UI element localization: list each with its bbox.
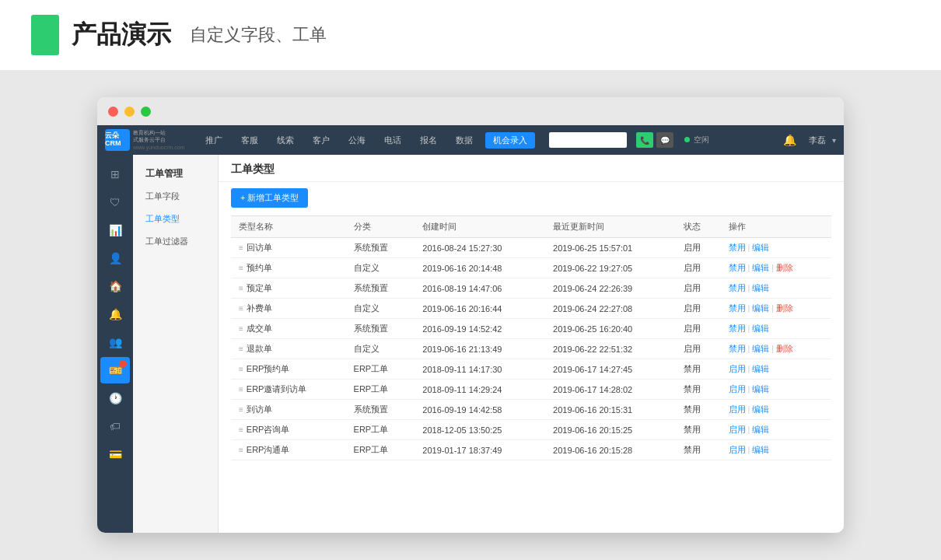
sidebar-icon-grid[interactable]: ⊞: [100, 161, 130, 187]
sidebar-icon-home[interactable]: 🏠: [100, 273, 130, 299]
row-handle: ≡: [239, 385, 243, 394]
action-link-启用[interactable]: 启用: [729, 404, 746, 414]
action-separator: |: [748, 303, 750, 313]
cell-updated: 2019-06-22 22:51:32: [545, 339, 676, 359]
action-link-编辑[interactable]: 编辑: [752, 425, 769, 434]
row-handle: ≡: [239, 264, 243, 272]
add-ticket-type-button[interactable]: + 新增工单类型: [231, 188, 308, 208]
cell-category: 自定义: [346, 339, 415, 359]
nav-item-kefu[interactable]: 客服: [235, 133, 264, 148]
maximize-button[interactable]: [141, 107, 151, 117]
cell-status: 禁用: [676, 440, 721, 460]
action-link-编辑[interactable]: 编辑: [752, 243, 769, 252]
table-row: ≡预约单自定义2019-06-16 20:14:482019-06-22 19:…: [231, 258, 831, 278]
status-dot: [684, 137, 690, 142]
action-link-编辑[interactable]: 编辑: [752, 263, 769, 272]
cell-name: ≡补费单: [231, 299, 346, 319]
action-link-启用[interactable]: 启用: [729, 364, 746, 373]
sidebar-icon-ticket[interactable]: 🎫: [100, 357, 130, 383]
sidebar-icon-shield[interactable]: 🛡: [100, 189, 130, 215]
sub-menu-item-filter[interactable]: 工单过滤器: [133, 230, 218, 253]
nav-user[interactable]: 李磊: [809, 135, 826, 146]
sidebar-icon-tag[interactable]: 🏷: [100, 413, 130, 439]
action-link-编辑[interactable]: 编辑: [752, 344, 769, 353]
cell-name: ≡回访单: [231, 238, 346, 258]
action-link-禁用[interactable]: 禁用: [729, 243, 746, 252]
cell-created: 2019-06-16 21:13:49: [415, 339, 545, 359]
nav-item-xiansuo[interactable]: 线索: [271, 133, 300, 148]
nav-item-tuiguang[interactable]: 推广: [199, 133, 229, 148]
cell-actions: 禁用|编辑|删除: [721, 258, 832, 278]
close-button[interactable]: [108, 107, 118, 117]
row-handle: ≡: [239, 304, 243, 313]
col-header-updated: 最近更新时间: [545, 216, 676, 238]
sidebar-icon-wallet[interactable]: 💳: [100, 441, 130, 467]
minimize-button[interactable]: [124, 107, 135, 117]
action-link-编辑[interactable]: 编辑: [752, 445, 769, 454]
action-link-启用[interactable]: 启用: [729, 445, 746, 454]
table-row: ≡补费单自定义2019-06-16 20:16:442019-06-24 22:…: [231, 299, 831, 319]
nav-item-baoming[interactable]: 报名: [414, 133, 443, 148]
sidebar-icon-chart[interactable]: 📊: [100, 217, 130, 243]
action-link-编辑[interactable]: 编辑: [752, 324, 769, 333]
cell-name: ≡到访单: [231, 400, 346, 420]
action-link-禁用[interactable]: 禁用: [729, 324, 746, 333]
chat-icon-btn[interactable]: 💬: [656, 132, 673, 148]
cta-button[interactable]: 机会录入: [485, 132, 535, 149]
nav-item-dianhua[interactable]: 电话: [378, 133, 408, 148]
action-link-编辑[interactable]: 编辑: [752, 404, 769, 414]
main-layout: ⊞ 🛡 📊 👤 🏠 🔔 👥 🎫 🕐 🏷 💳: [97, 155, 844, 533]
phone-icon-btn[interactable]: 📞: [636, 132, 653, 148]
action-link-禁用[interactable]: 禁用: [729, 283, 746, 292]
col-header-actions: 操作: [721, 216, 832, 238]
cell-updated: 2019-06-22 19:27:05: [545, 258, 676, 278]
cell-status: 启用: [676, 238, 721, 258]
cell-status: 启用: [676, 319, 721, 339]
action-separator: |: [748, 445, 750, 454]
row-handle: ≡: [239, 425, 243, 434]
nav-item-kehu[interactable]: 客户: [306, 133, 336, 148]
cell-created: 2019-01-17 18:37:49: [415, 440, 545, 460]
action-link-禁用[interactable]: 禁用: [729, 303, 746, 313]
cell-created: 2016-08-19 14:47:06: [415, 278, 545, 299]
cell-status: 禁用: [676, 380, 721, 400]
nav-item-gonghai[interactable]: 公海: [342, 133, 372, 148]
action-link-编辑[interactable]: 编辑: [752, 384, 769, 394]
cell-category: 自定义: [346, 299, 415, 319]
action-link-启用[interactable]: 启用: [729, 425, 746, 434]
cell-created: 2016-09-19 14:42:58: [415, 400, 545, 420]
logo-area: 云朵CRM 教育机构一站式服务云平台www.yunduocrm.com: [105, 129, 185, 151]
user-dropdown-icon[interactable]: ▾: [832, 136, 836, 145]
table-row: ≡ERP邀请到访单ERP工单2018-09-11 14:29:242019-06…: [231, 380, 831, 400]
cell-name: ≡预定单: [231, 278, 346, 299]
sub-menu-item-fields[interactable]: 工单字段: [133, 185, 218, 208]
sidebar-icon-person[interactable]: 👤: [100, 245, 130, 271]
action-link-删除[interactable]: 删除: [776, 303, 793, 313]
row-handle: ≡: [239, 405, 243, 414]
sub-sidebar: 工单管理 工单字段 工单类型 工单过滤器: [133, 155, 219, 533]
cell-actions: 禁用|编辑: [721, 278, 832, 299]
cell-category: ERP工单: [346, 380, 415, 400]
action-link-编辑[interactable]: 编辑: [752, 283, 769, 292]
action-link-禁用[interactable]: 禁用: [729, 263, 746, 272]
cell-status: 禁用: [676, 359, 721, 380]
col-header-category: 分类: [346, 216, 415, 238]
bell-icon[interactable]: 🔔: [783, 134, 796, 146]
action-link-启用[interactable]: 启用: [729, 384, 746, 394]
cell-created: 2019-06-16 20:16:44: [415, 299, 545, 319]
action-link-编辑[interactable]: 编辑: [752, 364, 769, 373]
sidebar-icon-clock[interactable]: 🕐: [100, 385, 130, 411]
sub-menu-item-types[interactable]: 工单类型: [133, 208, 218, 230]
sidebar-icon-user[interactable]: 👥: [100, 329, 130, 355]
action-link-编辑[interactable]: 编辑: [752, 303, 769, 313]
sidebar-icon-alert[interactable]: 🔔: [100, 301, 130, 327]
action-link-删除[interactable]: 删除: [776, 344, 793, 353]
action-link-删除[interactable]: 删除: [776, 263, 793, 272]
cell-updated: 2019-06-16 20:15:31: [545, 400, 676, 420]
content-header: 工单类型: [219, 155, 844, 182]
row-handle: ≡: [239, 345, 243, 353]
col-header-created: 创建时间: [415, 216, 545, 238]
nav-item-shuju[interactable]: 数据: [450, 133, 479, 148]
search-input[interactable]: [549, 132, 627, 148]
action-link-禁用[interactable]: 禁用: [729, 344, 746, 353]
